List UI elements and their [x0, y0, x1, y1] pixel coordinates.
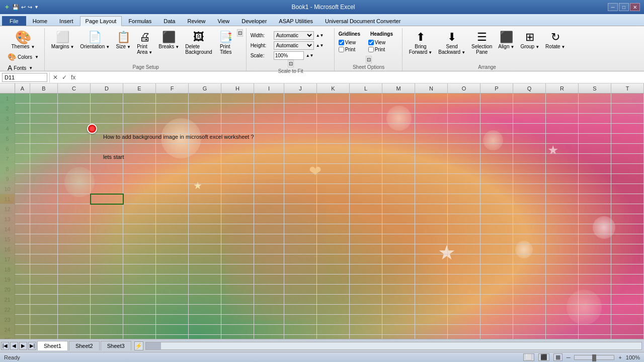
cell-T9[interactable] — [611, 174, 644, 184]
cell-D21[interactable] — [91, 295, 123, 305]
cell-P22[interactable] — [480, 305, 513, 315]
cell-G11[interactable] — [189, 194, 221, 204]
cell-M19[interactable] — [382, 275, 415, 285]
cell-E5[interactable] — [123, 134, 156, 144]
cell-T20[interactable] — [611, 285, 644, 295]
page-setup-expand[interactable]: ⊡ — [237, 29, 243, 37]
cell-S11[interactable] — [579, 194, 611, 204]
cell-H12[interactable] — [221, 204, 254, 214]
cell-S10[interactable] — [579, 184, 611, 194]
cell-C24[interactable] — [58, 325, 91, 335]
new-sheet-button[interactable]: ⚡ — [134, 341, 143, 350]
cell-J16[interactable] — [284, 244, 317, 254]
cell-O10[interactable] — [448, 184, 480, 194]
cell-K18[interactable] — [317, 264, 350, 275]
cell-M18[interactable] — [382, 264, 415, 275]
cell-C3[interactable] — [58, 114, 91, 124]
cell-B16[interactable] — [30, 244, 58, 254]
cell-H21[interactable] — [221, 295, 254, 305]
cell-T6[interactable] — [611, 144, 644, 154]
tab-developer[interactable]: Developer — [236, 16, 272, 26]
cell-I24[interactable] — [254, 325, 284, 335]
cell-J6[interactable] — [284, 144, 317, 154]
cell-H15[interactable] — [221, 234, 254, 244]
cell-A9[interactable] — [15, 174, 30, 184]
cell-S3[interactable] — [579, 114, 611, 124]
cell-D19[interactable] — [91, 275, 123, 285]
cell-B14[interactable] — [30, 224, 58, 234]
cell-Q2[interactable] — [513, 104, 546, 114]
cell-B6[interactable] — [30, 144, 58, 154]
bring-forward-button[interactable]: ⬆ BringForward▼ — [407, 29, 435, 56]
row-header-13[interactable]: 13 — [0, 214, 15, 224]
cell-R23[interactable] — [546, 315, 579, 325]
sheet-options-expand[interactable]: ⊡ — [366, 56, 372, 63]
cell-R25[interactable] — [546, 335, 579, 339]
sheet-tab-1[interactable]: Sheet1 — [37, 341, 68, 350]
cell-O4[interactable] — [448, 124, 480, 134]
cell-G22[interactable] — [189, 305, 221, 315]
cell-H24[interactable] — [221, 325, 254, 335]
cell-P6[interactable] — [480, 144, 513, 154]
minimize-button[interactable]: ─ — [608, 3, 618, 11]
cell-L21[interactable] — [350, 295, 382, 305]
cell-D10[interactable] — [91, 184, 123, 194]
cell-E19[interactable] — [123, 275, 156, 285]
row-header-14[interactable]: 14 — [0, 224, 15, 234]
cell-J22[interactable] — [284, 305, 317, 315]
cell-A14[interactable] — [15, 224, 30, 234]
h-scroll-thumb[interactable] — [146, 342, 161, 349]
cell-B3[interactable] — [30, 114, 58, 124]
cell-S1[interactable] — [579, 94, 611, 104]
cell-B17[interactable] — [30, 254, 58, 264]
cell-T15[interactable] — [611, 234, 644, 244]
cell-H19[interactable] — [221, 275, 254, 285]
cell-E4[interactable] — [123, 124, 156, 134]
cell-L23[interactable] — [350, 315, 382, 325]
cell-D5[interactable] — [91, 134, 123, 144]
cell-N18[interactable] — [415, 264, 448, 275]
cell-C11[interactable] — [58, 194, 91, 204]
cell-H11[interactable] — [221, 194, 254, 204]
sheet-nav-prev[interactable]: ◀ — [10, 342, 18, 350]
cell-T16[interactable] — [611, 244, 644, 254]
cell-D2[interactable] — [91, 104, 123, 114]
normal-view-btn[interactable]: ⬜ — [523, 353, 534, 361]
cell-L12[interactable] — [350, 204, 382, 214]
cell-A21[interactable] — [15, 295, 30, 305]
cell-Q16[interactable] — [513, 244, 546, 254]
cell-Q12[interactable] — [513, 204, 546, 214]
row-header-3[interactable]: 3 — [0, 114, 15, 124]
cell-E11[interactable] — [123, 194, 156, 204]
cell-D9[interactable] — [91, 174, 123, 184]
row-header-21[interactable]: 21 — [0, 295, 15, 305]
cell-K21[interactable] — [317, 295, 350, 305]
tab-data[interactable]: Data — [158, 16, 181, 26]
cell-O22[interactable] — [448, 305, 480, 315]
print-area-button[interactable]: 🖨 PrintArea▼ — [134, 29, 155, 56]
cell-I8[interactable] — [254, 164, 284, 174]
cell-T23[interactable] — [611, 315, 644, 325]
cell-E12[interactable] — [123, 204, 156, 214]
cell-S18[interactable] — [579, 264, 611, 275]
cell-T1[interactable] — [611, 94, 644, 104]
cell-L24[interactable] — [350, 325, 382, 335]
cell-L13[interactable] — [350, 214, 382, 224]
cell-F23[interactable] — [156, 315, 189, 325]
cell-R1[interactable] — [546, 94, 579, 104]
cell-Q18[interactable] — [513, 264, 546, 275]
restore-button[interactable]: □ — [619, 3, 629, 11]
cell-P2[interactable] — [480, 104, 513, 114]
tab-asap[interactable]: ASAP Utilities — [273, 16, 318, 26]
cell-G19[interactable] — [189, 275, 221, 285]
row-header-20[interactable]: 20 — [0, 285, 15, 295]
cell-J4[interactable] — [284, 124, 317, 134]
cell-J24[interactable] — [284, 325, 317, 335]
row-header-12[interactable]: 12 — [0, 204, 15, 214]
cell-C21[interactable] — [58, 295, 91, 305]
cell-B22[interactable] — [30, 305, 58, 315]
cell-T13[interactable] — [611, 214, 644, 224]
cell-D6[interactable] — [91, 144, 123, 154]
cell-S7[interactable] — [579, 154, 611, 164]
cell-I6[interactable] — [254, 144, 284, 154]
